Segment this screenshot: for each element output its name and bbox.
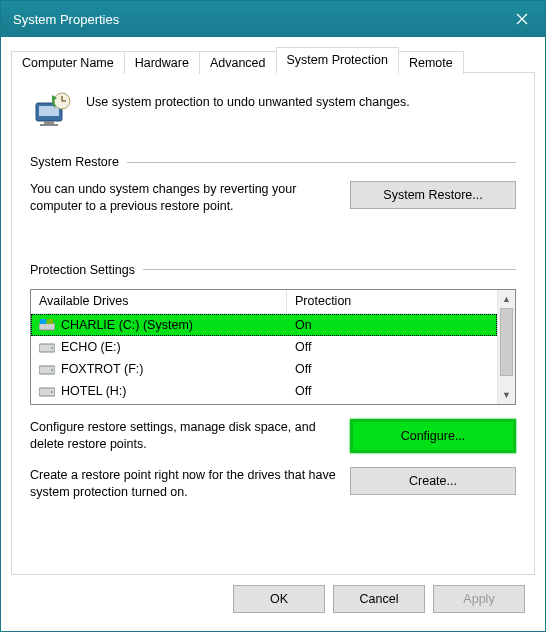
configure-description: Configure restore settings, manage disk … xyxy=(30,419,338,453)
dialog-footer: OK Cancel Apply xyxy=(11,575,535,623)
close-button[interactable] xyxy=(499,1,545,37)
drive-name: CHARLIE (C:) (System) xyxy=(61,318,193,332)
restore-description: You can undo system changes by reverting… xyxy=(30,181,338,215)
divider xyxy=(127,162,516,163)
scrollbar-vertical[interactable]: ▲ ▼ xyxy=(497,290,515,404)
drive-protection-cell: On xyxy=(287,318,497,332)
tab-advanced[interactable]: Advanced xyxy=(199,51,277,74)
svg-rect-10 xyxy=(39,323,55,330)
tab-panel: Use system protection to undo unwanted s… xyxy=(11,72,535,575)
cancel-button[interactable]: Cancel xyxy=(333,585,425,613)
scroll-track[interactable] xyxy=(498,308,515,386)
group-system-restore: System Restore You can undo system chang… xyxy=(30,155,516,215)
svg-point-14 xyxy=(51,347,53,349)
drive-icon xyxy=(39,341,55,353)
svg-rect-4 xyxy=(44,121,54,124)
column-protection[interactable]: Protection xyxy=(287,290,497,313)
group-header-protection: Protection Settings xyxy=(30,263,135,277)
svg-rect-12 xyxy=(47,319,53,324)
svg-rect-5 xyxy=(40,124,58,126)
svg-rect-3 xyxy=(39,106,59,116)
system-properties-window: System Properties Computer Name Hardware… xyxy=(0,0,546,632)
svg-rect-11 xyxy=(40,319,46,324)
tabstrip: Computer Name Hardware Advanced System P… xyxy=(11,47,535,73)
drive-icon xyxy=(39,385,55,397)
drive-row[interactable]: HOTEL (H:)Off xyxy=(31,380,497,402)
window-title: System Properties xyxy=(13,12,119,27)
tab-computer-name[interactable]: Computer Name xyxy=(11,51,125,74)
drive-list-box: Available Drives Protection CHARLIE (C:)… xyxy=(30,289,516,405)
system-protection-icon xyxy=(30,89,74,133)
drive-row[interactable]: FOXTROT (F:)Off xyxy=(31,358,497,380)
drive-name: ECHO (E:) xyxy=(61,340,121,354)
tab-system-protection[interactable]: System Protection xyxy=(276,47,399,73)
drive-list-header: Available Drives Protection xyxy=(31,290,497,314)
drive-row[interactable]: CHARLIE (C:) (System)On xyxy=(31,314,497,336)
column-available-drives[interactable]: Available Drives xyxy=(31,290,287,313)
create-restore-point-button[interactable]: Create... xyxy=(350,467,516,495)
ok-button[interactable]: OK xyxy=(233,585,325,613)
drive-icon xyxy=(39,363,55,375)
drive-name: HOTEL (H:) xyxy=(61,384,127,398)
tab-hardware[interactable]: Hardware xyxy=(124,51,200,74)
create-description: Create a restore point right now for the… xyxy=(30,467,338,501)
drive-name-cell: CHARLIE (C:) (System) xyxy=(31,318,287,332)
group-protection-settings: Protection Settings Available Drives Pro… xyxy=(30,263,516,501)
tab-remote[interactable]: Remote xyxy=(398,51,464,74)
scroll-thumb[interactable] xyxy=(500,308,513,376)
drive-name: FOXTROT (F:) xyxy=(61,362,143,376)
divider xyxy=(143,269,516,270)
drive-windows-icon xyxy=(39,319,55,331)
drive-protection-cell: Off xyxy=(287,384,497,398)
scroll-up-button[interactable]: ▲ xyxy=(498,290,515,308)
drive-name-cell: ECHO (E:) xyxy=(31,340,287,354)
drive-protection-cell: Off xyxy=(287,340,497,354)
scroll-down-button[interactable]: ▼ xyxy=(498,386,515,404)
configure-button[interactable]: Configure... xyxy=(350,419,516,453)
drive-row[interactable]: ECHO (E:)Off xyxy=(31,336,497,358)
client-area: Computer Name Hardware Advanced System P… xyxy=(1,37,545,631)
intro-row: Use system protection to undo unwanted s… xyxy=(30,89,516,133)
apply-button[interactable]: Apply xyxy=(433,585,525,613)
system-restore-button[interactable]: System Restore... xyxy=(350,181,516,209)
svg-point-18 xyxy=(51,391,53,393)
drive-name-cell: FOXTROT (F:) xyxy=(31,362,287,376)
drive-name-cell: HOTEL (H:) xyxy=(31,384,287,398)
drive-list[interactable]: Available Drives Protection CHARLIE (C:)… xyxy=(31,290,497,404)
svg-point-16 xyxy=(51,369,53,371)
titlebar: System Properties xyxy=(1,1,545,37)
drive-protection-cell: Off xyxy=(287,362,497,376)
group-header-restore: System Restore xyxy=(30,155,119,169)
close-icon xyxy=(516,13,528,25)
intro-text: Use system protection to undo unwanted s… xyxy=(86,89,410,109)
